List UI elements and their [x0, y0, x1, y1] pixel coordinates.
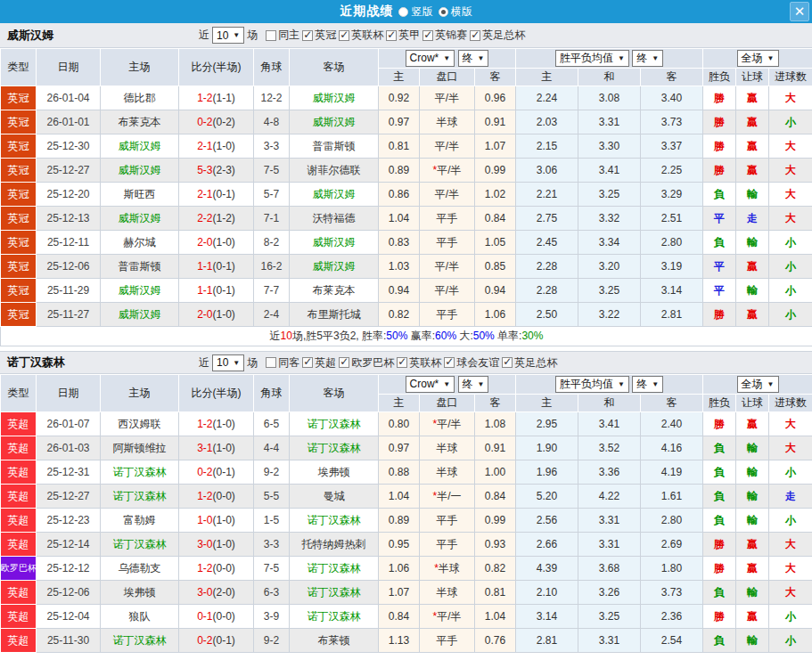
final-score: 2-0: [197, 308, 212, 321]
league-filter-5[interactable]: 英足总杯: [470, 28, 525, 43]
col-type: 类型: [1, 375, 37, 412]
handicap-result-cell: 贏: [736, 605, 769, 629]
goals-result-cell: 小: [769, 605, 812, 629]
match-date: 25-11-30: [37, 629, 101, 653]
odds-final-select[interactable]: 终▼: [458, 50, 489, 67]
result-cell: 勝: [703, 557, 736, 581]
goals-result-cell: 小: [769, 509, 812, 533]
avg-draw: 3.31: [578, 509, 641, 533]
odds-company-select[interactable]: Crow*▼: [406, 50, 455, 67]
league-badge: 英超: [1, 436, 37, 460]
match-count-select[interactable]: 10▼: [212, 354, 244, 371]
score-cell: 2-2(1-2): [179, 207, 254, 231]
half-score: (0-1): [213, 284, 235, 297]
goals-result-cell: 大: [769, 159, 812, 183]
home-odds: 0.89: [379, 509, 420, 533]
col-handicap: 盘口: [420, 69, 475, 86]
final-score: 1-2: [197, 418, 212, 430]
final-score: 0-1: [197, 610, 212, 623]
avg-dd-group: 胜平负均值▼ 终▼: [516, 375, 703, 395]
summary-segment: 10: [281, 330, 292, 342]
league-filter-1[interactable]: 英超: [302, 355, 336, 371]
avg-draw: 3.68: [578, 557, 641, 581]
league-filter-3[interactable]: 英联杯: [397, 355, 441, 371]
league-filter-3[interactable]: 英甲: [386, 28, 420, 43]
league-filter-1[interactable]: 英冠: [302, 28, 336, 43]
league-filter-2[interactable]: 欧罗巴杯: [339, 355, 394, 371]
match-row: 英超25-12-04狼队0-1(0-0)3-9诺丁汉森林0.84*平/半1.04…: [1, 605, 812, 629]
half-score: (1-0): [213, 538, 235, 550]
score-cell: 5-3(2-3): [179, 159, 254, 183]
away-team: 威斯汉姆: [290, 231, 379, 255]
avg-type-select[interactable]: 胜平负均值▼: [555, 50, 629, 67]
scope-select[interactable]: 全场▼: [737, 50, 779, 67]
away-team: 威斯汉姆: [290, 183, 379, 207]
score-cell: 1-0(1-0): [179, 509, 254, 533]
corner-cell: 7-1: [254, 207, 290, 231]
close-button[interactable]: ✕: [790, 2, 809, 21]
result-cell: 負: [703, 581, 736, 605]
league-filter-4[interactable]: 英锦赛: [422, 28, 467, 43]
league-filter-4[interactable]: 球会友谊: [444, 355, 499, 371]
col-result: 胜负: [703, 395, 736, 412]
match-row: 英超26-01-07西汉姆联1-2(1-0)6-5诺丁汉森林0.80*平/半1.…: [1, 412, 812, 436]
vertical-layout-radio[interactable]: 竖版: [398, 4, 432, 20]
odds-dd-group: Crow*▼ 终▼: [379, 49, 516, 69]
handicap-result-cell: 輸: [736, 581, 769, 605]
avg-home: 2.24: [516, 86, 578, 110]
away-odds: 1.04: [475, 605, 516, 629]
avg-final-select[interactable]: 终▼: [632, 50, 663, 67]
match-count-select[interactable]: 10▼: [212, 27, 244, 44]
handicap-cell: 半球: [420, 436, 475, 460]
odds-company-select[interactable]: Crow*▼: [406, 376, 455, 393]
match-row: 英超25-11-30诺丁汉森林0-2(0-1)9-2布莱顿1.13平手0.762…: [1, 629, 812, 653]
horizontal-layout-radio[interactable]: 横版: [439, 4, 472, 20]
avg-away: 3.19: [641, 255, 703, 279]
half-score: (0-1): [213, 260, 235, 273]
avg-home: 4.39: [516, 557, 578, 581]
checkbox-checked-icon: [302, 30, 313, 41]
avg-final-select[interactable]: 终▼: [632, 376, 663, 393]
same-away-checkbox[interactable]: 同客: [266, 355, 299, 371]
goals-result-cell: 大: [769, 207, 812, 231]
handicap-cell: 平/半: [420, 134, 475, 159]
league-badge: 英冠: [1, 159, 37, 183]
final-score: 3-0: [197, 538, 212, 550]
avg-home: 2.45: [516, 231, 578, 255]
handicap-result-cell: 輸: [736, 460, 769, 485]
away-team: 布莱顿: [290, 629, 379, 653]
col-odds-home: 主: [379, 395, 420, 412]
corner-cell: 7-5: [254, 557, 290, 581]
odds-final-select[interactable]: 终▼: [458, 376, 489, 393]
league-filter-5[interactable]: 英足总杯: [502, 355, 557, 371]
avg-draw: 3.20: [578, 255, 641, 279]
match-row: 英超25-12-27诺丁汉森林1-2(0-0)5-5曼城1.04*半/一0.84…: [1, 485, 812, 509]
away-odds: 0.99: [475, 159, 516, 183]
home-team: 普雷斯顿: [101, 255, 179, 279]
avg-home: 1.90: [516, 436, 578, 460]
match-row: 英冠25-11-27威斯汉姆2-0(1-0)2-4布里斯托城0.82平手1.06…: [1, 303, 812, 327]
home-odds: 0.84: [379, 605, 420, 629]
handicap-cell: 平/半: [420, 183, 475, 207]
same-home-checkbox[interactable]: 同主: [266, 28, 299, 43]
half-score: (1-1): [213, 92, 235, 104]
league-filter-2[interactable]: 英联杯: [339, 28, 383, 43]
match-date: 25-12-06: [37, 581, 101, 605]
avg-away: 4.19: [641, 460, 703, 485]
summary-segment: 50%: [386, 330, 407, 342]
avg-away: 3.37: [641, 134, 703, 159]
match-date: 25-11-27: [37, 303, 101, 327]
goals-result-cell: 大: [769, 86, 812, 110]
summary-segment: 赢率:: [407, 330, 435, 342]
handicap-cell: 平手: [420, 207, 475, 231]
league-badge: 英冠: [1, 279, 37, 303]
match-row: 英冠25-11-29威斯汉姆1-1(0-1)7-7布莱克本0.94平/半0.94…: [1, 279, 812, 303]
scope-select[interactable]: 全场▼: [737, 376, 779, 393]
home-team: 威斯汉姆: [101, 207, 179, 231]
handicap-cell: 平手: [420, 509, 475, 533]
final-score: 1-2: [197, 92, 212, 104]
half-score: (1-0): [213, 514, 235, 526]
avg-type-select[interactable]: 胜平负均值▼: [555, 376, 629, 393]
league-badge: 欧罗巴杯: [1, 557, 37, 581]
result-cell: 勝: [703, 159, 736, 183]
